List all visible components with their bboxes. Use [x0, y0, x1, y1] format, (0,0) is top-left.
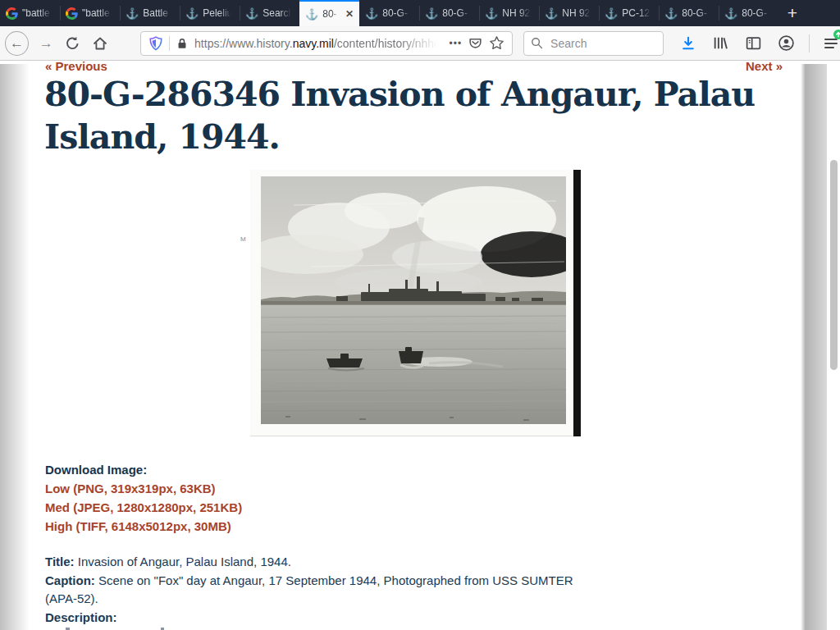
tab-battle[interactable]: ⚓ Battle	[120, 0, 180, 26]
meta-title-row: Title: Invasion of Angaur, Palau Island,…	[45, 553, 603, 572]
scrollbar-thumb[interactable]	[830, 160, 838, 370]
tab-pc12[interactable]: ⚓ PC-12	[599, 0, 659, 26]
downloads-icon[interactable]	[680, 35, 696, 52]
tab-label: Battle	[143, 7, 174, 19]
google-favicon-icon	[66, 7, 78, 20]
tab-80g-2[interactable]: ⚓ 80-G-	[419, 0, 479, 26]
tab-label: Peleliu	[203, 7, 234, 19]
account-icon[interactable]	[778, 34, 795, 52]
tab-nh92-1[interactable]: ⚓ NH 92	[479, 0, 539, 26]
anchor-favicon-icon: ⚓	[365, 8, 378, 19]
meta-caption-label: Caption:	[45, 573, 95, 587]
tab-label: 80-G-	[442, 7, 473, 19]
tab-active-80g[interactable]: ⚓ 80- ✕	[299, 0, 359, 26]
tab-label: PC-12	[622, 7, 653, 19]
photo-metadata: Title: Invasion of Angaur, Palau Island,…	[45, 553, 603, 627]
tab-label: Search	[262, 7, 294, 19]
sidebar-toggle-icon[interactable]	[745, 34, 762, 52]
anchor-favicon-icon: ⚓	[724, 8, 737, 19]
meta-description-label: Description:	[45, 610, 117, 624]
previous-link[interactable]: « Previous	[45, 59, 107, 73]
page-title: 80-G-286346 Invasion of Angaur, Palau Is…	[44, 73, 799, 158]
url-prefix: https://www.history.	[194, 37, 293, 50]
download-high-link[interactable]: High (TIFF, 6148x5012px, 30MB)	[45, 517, 242, 536]
search-bar[interactable]	[523, 31, 664, 56]
anchor-favicon-icon: ⚓	[605, 8, 618, 19]
meta-title-label: Title:	[45, 555, 75, 568]
forward-button[interactable]: →	[35, 32, 57, 55]
anchor-favicon-icon: ⚓	[305, 9, 318, 20]
anchor-favicon-icon: ⚓	[185, 8, 199, 19]
photo-image	[261, 176, 566, 424]
anchor-favicon-icon: ⚓	[545, 8, 558, 19]
meta-description-row: Description:	[45, 609, 603, 628]
reload-button[interactable]	[62, 32, 84, 55]
page-background-right	[801, 64, 827, 630]
google-favicon-icon	[6, 7, 18, 20]
home-button[interactable]	[89, 32, 111, 55]
tab-label: 80-G-	[742, 7, 773, 19]
tab-close-icon[interactable]: ✕	[344, 8, 354, 20]
update-badge	[833, 30, 840, 39]
bookmark-star-icon[interactable]	[489, 35, 504, 51]
meta-title-value: Invasion of Angaur, Palau Island, 1944.	[78, 555, 291, 568]
anchor-favicon-icon: ⚓	[245, 8, 258, 19]
tab-80g-4[interactable]: ⚓ 80-G-	[719, 0, 778, 26]
tab-label: "battle	[82, 7, 114, 19]
url-path: /content/history/nhhc/	[334, 37, 443, 50]
lock-icon	[176, 37, 189, 50]
tab-peleliu[interactable]: ⚓ Peleliu	[180, 0, 240, 26]
tab-label: "battle	[22, 7, 54, 19]
tab-80g-1[interactable]: ⚓ 80-G-	[359, 0, 419, 26]
download-low-link[interactable]: Low (PNG, 319x319px, 63KB)	[45, 479, 242, 498]
url-bar[interactable]: https://www.history.navy.mil/content/his…	[140, 31, 513, 56]
meta-caption-value: Scene on "Fox" day at Angaur, 17 Septemb…	[45, 573, 573, 606]
pocket-save-icon[interactable]	[468, 35, 483, 51]
home-icon	[92, 35, 108, 52]
address-text[interactable]: https://www.history.navy.mil/content/his…	[194, 37, 443, 50]
reload-icon	[65, 35, 80, 51]
toolbar-separator	[809, 34, 810, 52]
next-link[interactable]: Next »	[746, 59, 783, 73]
tab-search[interactable]: ⚓ Search	[240, 0, 299, 26]
download-heading: Download Image:	[45, 460, 242, 479]
tab-label: NH 92	[562, 7, 593, 19]
page-actions-icon[interactable]: •••	[450, 38, 463, 49]
tab-80g-3[interactable]: ⚓ 80-G-	[659, 0, 719, 26]
anchor-favicon-icon: ⚓	[126, 8, 139, 19]
library-icon[interactable]	[712, 34, 729, 52]
menu-button[interactable]	[821, 34, 840, 53]
download-section: Download Image: Low (PNG, 319x319px, 63K…	[45, 460, 242, 536]
arrow-up-icon	[835, 31, 840, 38]
tab-label: 80-G-	[382, 7, 413, 19]
search-input[interactable]	[549, 36, 656, 51]
meta-caption-row: Caption: Scene on "Fox" day at Angaur, 1…	[45, 572, 603, 609]
tab-label: 80-G-	[682, 7, 713, 19]
photo-scan-edge	[573, 170, 581, 436]
url-domain: navy.mil	[293, 37, 334, 50]
tab-label: NH 92	[502, 7, 533, 19]
toolbar-icons	[680, 34, 795, 52]
anchor-favicon-icon: ⚓	[664, 8, 678, 19]
search-icon	[531, 37, 543, 49]
url-separator	[169, 36, 170, 51]
tab-google-search-2[interactable]: "battle	[60, 0, 120, 26]
new-tab-button[interactable]: +	[778, 0, 806, 26]
browser-toolbar: ← → https://www.history.navy.mil/content…	[0, 26, 840, 61]
tab-label: 80-	[322, 8, 340, 20]
page-content: « Previous Next » 80-G-286346 Invasion o…	[0, 62, 840, 630]
page-background-left	[0, 64, 30, 630]
tracking-protection-shield-icon	[148, 36, 163, 51]
tab-nh92-2[interactable]: ⚓ NH 92	[539, 0, 599, 26]
anchor-favicon-icon: ⚓	[485, 8, 498, 19]
tab-bar: "battle "battle ⚓ Battle ⚓ Peleliu ⚓ Sea…	[0, 0, 840, 26]
tab-google-search-1[interactable]: "battle	[0, 0, 60, 26]
archive-photo: M	[250, 170, 581, 436]
anchor-favicon-icon: ⚓	[425, 8, 438, 19]
download-med-link[interactable]: Med (JPEG, 1280x1280px, 251KB)	[45, 498, 242, 517]
back-button[interactable]: ←	[5, 31, 29, 56]
photo-edge-mark: M	[240, 235, 246, 243]
